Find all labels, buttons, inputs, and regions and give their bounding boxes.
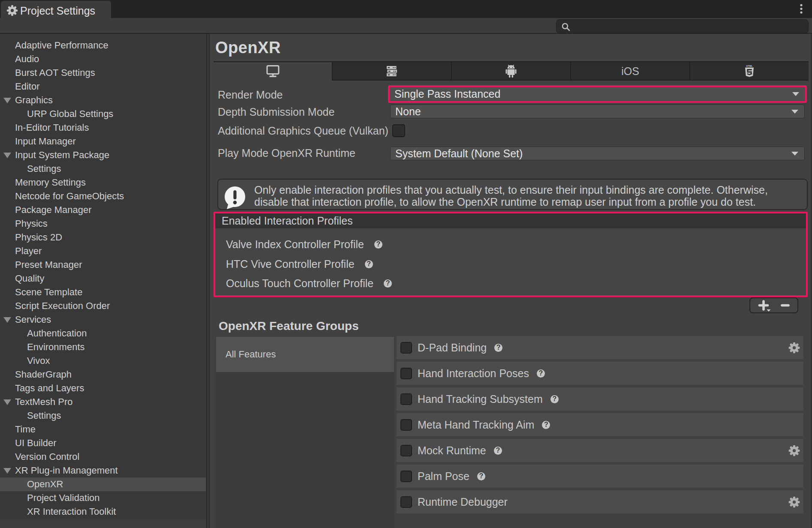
svg-text:HTML: HTML xyxy=(746,65,753,67)
